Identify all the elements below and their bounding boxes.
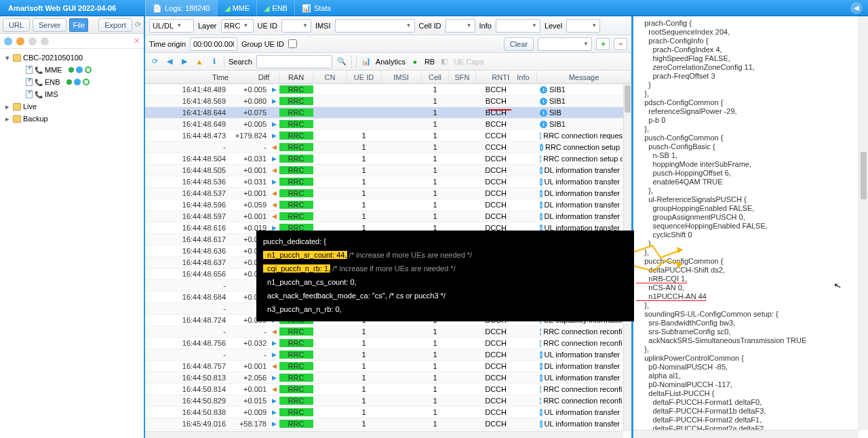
table-row[interactable]: --◀RRC11DCCHi RRC connection reconfigura…: [145, 326, 623, 338]
export-button[interactable]: Export: [98, 18, 132, 32]
cellid-select[interactable]: ▼: [446, 19, 475, 33]
tab-mme[interactable]: ◢MME: [217, 0, 257, 16]
table-row[interactable]: 16:44:50.829+0.015▶RRC11DCCHi RRC connec…: [145, 395, 623, 407]
table-row[interactable]: 16:44:48.596+0.059◀RRC11DCCHi DL informa…: [145, 199, 623, 211]
col-dir[interactable]: [270, 71, 279, 83]
info-icon: i: [540, 178, 542, 186]
table-row[interactable]: 16:41:48.644+0.075RRC1BCCHi SIB: [145, 107, 623, 119]
info-icon[interactable]: ℹ: [209, 56, 220, 67]
info-icon: i: [540, 190, 542, 197]
vertical-scrollbar[interactable]: [859, 16, 868, 430]
clear-button[interactable]: Clear: [504, 37, 534, 51]
col-message[interactable]: Message: [537, 71, 631, 83]
info-icon: i: [540, 132, 541, 140]
table-row[interactable]: 16:44:48.757+0.001◀RRC11DCCHi DL informa…: [145, 361, 623, 372]
horizontal-scrollbar[interactable]: [633, 430, 859, 438]
table-row[interactable]: 16:44:48.536+0.031▶RRC11DCCHi UL informa…: [145, 176, 623, 188]
search-input[interactable]: [256, 55, 332, 68]
tab-stats[interactable]: 📊Stats: [294, 0, 338, 16]
refresh-icon[interactable]: ⟳: [149, 56, 160, 67]
table-row[interactable]: 16:44:48.473+179.824▶RRC11CCCHi RRC conn…: [145, 130, 623, 142]
tree-item-enb[interactable]: 📞ENB: [0, 76, 144, 88]
col-diff[interactable]: Diff: [229, 71, 270, 83]
power-icon: [85, 66, 92, 73]
prev-icon[interactable]: ◀: [164, 56, 175, 67]
chart-icon: ◢: [224, 4, 230, 13]
chart-icon[interactable]: 📊: [361, 56, 372, 67]
layer-select[interactable]: RRC▼: [221, 19, 254, 33]
scrollbar-thumb[interactable]: [625, 85, 631, 113]
info-select[interactable]: ▼: [496, 19, 540, 33]
server-button[interactable]: Server: [33, 18, 66, 32]
rb-icon[interactable]: ●: [410, 56, 420, 67]
ok-icon: [68, 67, 74, 73]
info-icon: i: [540, 155, 541, 163]
table-row[interactable]: 16:44:48.537+0.001◀RRC11DCCHi DL informa…: [145, 188, 623, 199]
collapse-left-icon[interactable]: ◀: [850, 2, 863, 14]
col-ueid[interactable]: UE ID: [347, 71, 381, 83]
rb-label: RB: [425, 58, 435, 66]
info-icon: i: [540, 340, 541, 347]
remove-button[interactable]: －: [614, 38, 627, 50]
tab-enb[interactable]: ◢ENB: [256, 0, 294, 16]
tree-item-ims[interactable]: 📞IMS: [0, 88, 144, 100]
clear-select[interactable]: ▼: [538, 37, 592, 51]
code-view[interactable]: prach-Config { rootSequenceIndex 204, pr…: [633, 18, 859, 430]
binoculars-icon[interactable]: 🔍: [336, 56, 347, 67]
url-button[interactable]: URL: [3, 18, 30, 32]
add-button[interactable]: ＋: [596, 38, 610, 50]
search-label: Search: [229, 58, 252, 66]
level-select[interactable]: ▼: [566, 19, 600, 33]
imsi-label: IMSI: [315, 22, 331, 30]
tree-backup[interactable]: ▸Backup: [0, 113, 144, 125]
info-icon: i: [540, 109, 547, 117]
table-row[interactable]: 16:44:48.505+0.001◀RRC11DCCHi DL informa…: [145, 165, 623, 176]
col-sfn[interactable]: SFN: [449, 71, 476, 83]
info-icon: i: [540, 86, 547, 94]
close-icon[interactable]: ✕: [134, 37, 140, 45]
tab-logs[interactable]: 📄Logs: 188240: [145, 0, 217, 16]
time-origin-input[interactable]: [190, 37, 237, 51]
tree-item-mme[interactable]: 📞MME: [0, 64, 144, 76]
tree-live[interactable]: ▸Live: [0, 100, 144, 113]
ueid-select[interactable]: ▼: [281, 19, 311, 33]
col-time[interactable]: Time: [145, 71, 229, 83]
table-row[interactable]: 16:41:48.489+0.005▶RRC1BCCHi SIB1: [145, 84, 623, 96]
table-row[interactable]: 16:44:50.814+0.001◀RRC11DCCHi RRC connec…: [145, 384, 623, 395]
warn-icon[interactable]: ▲: [194, 56, 205, 67]
uldl-select[interactable]: UL/DL▼: [149, 19, 194, 33]
table-row[interactable]: --◀RRC11CCCHi RRC connection setup: [145, 142, 623, 153]
col-cn[interactable]: CN: [313, 71, 347, 83]
next-icon[interactable]: ▶: [179, 56, 190, 67]
col-rnti[interactable]: RNTI: [476, 71, 510, 83]
table-row[interactable]: 16:44:50.813+2.056▶RRC11DCCHi UL informa…: [145, 372, 623, 384]
col-info[interactable]: Info: [510, 71, 537, 83]
dot-icon[interactable]: [4, 37, 12, 45]
tree-root[interactable]: ▾CBC-2021050100: [0, 52, 144, 64]
imsi-select[interactable]: ▼: [335, 19, 415, 33]
table-row[interactable]: 16:41:48.569+0.080▶RRC1BCCHi SIB1: [145, 96, 623, 107]
refresh-icon[interactable]: ⟳: [135, 20, 141, 29]
dot-icon[interactable]: [41, 37, 49, 45]
table-row[interactable]: 16:44:48.597+0.001◀RRC11DCCHi DL informa…: [145, 211, 623, 222]
dot-icon[interactable]: [28, 37, 37, 45]
col-cell[interactable]: Cell: [422, 71, 449, 83]
table-row[interactable]: 16:44:48.756+0.032▶RRC11DCCHi RRC connec…: [145, 338, 623, 349]
group-ue-checkbox[interactable]: [288, 39, 297, 48]
table-row[interactable]: 16:41:48.649+0.005▶RRC1BCCHi SIB1: [145, 119, 623, 130]
left-toolbar: URL Server File Export ⟳: [0, 16, 144, 34]
overlay-line: n1_pucch_sr_count: 44, /* increase if mo…: [263, 248, 627, 262]
col-ran[interactable]: RAN: [279, 71, 313, 83]
table-row[interactable]: --▶RRC11DCCHi UL information transfer: [145, 349, 623, 361]
horizontal-scrollbar[interactable]: [145, 431, 623, 438]
left-icon-row: ✕: [0, 34, 144, 49]
app-title: Amarisoft Web GUI 2022-04-06: [3, 4, 121, 12]
table-row[interactable]: 16:45:49.016+58.178▶RRC11DCCHi UL inform…: [145, 418, 623, 430]
table-row[interactable]: 16:44:48.504+0.031▶RRC11DCCHi RRC connec…: [145, 153, 623, 165]
left-panel: URL Server File Export ⟳ ✕ ▾CBC-20210501…: [0, 16, 145, 438]
col-imsi[interactable]: IMSI: [381, 71, 422, 83]
dot-icon[interactable]: [16, 37, 24, 45]
scrollbar-thumb[interactable]: [861, 152, 867, 199]
file-button[interactable]: File: [69, 18, 88, 32]
table-row[interactable]: 16:44:50.838+0.009▶RRC11DCCHi UL informa…: [145, 407, 623, 418]
